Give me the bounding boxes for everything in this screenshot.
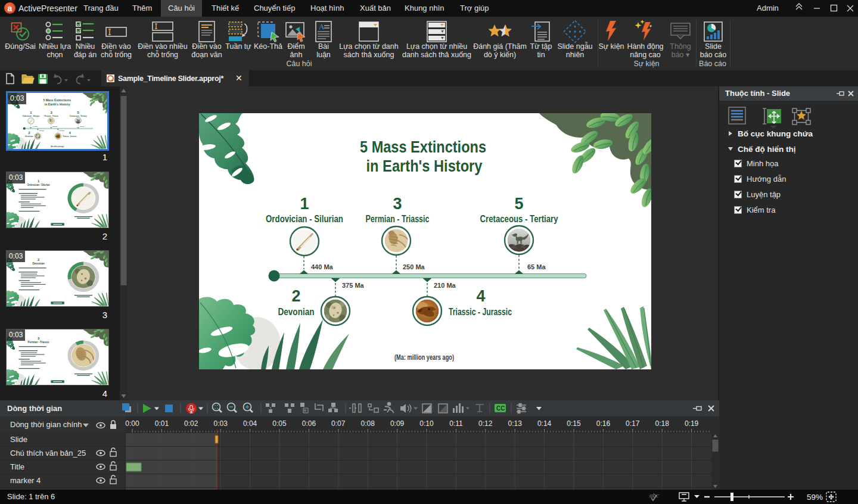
svg-text:0:02: 0:02 [184,419,198,428]
svg-text:0:13: 0:13 [508,419,523,428]
svg-text:Dòng thời gian chính: Dòng thời gian chính [10,420,82,429]
svg-text:A: A [319,22,325,31]
svg-text:0:19: 0:19 [685,419,699,428]
svg-text:Slide: Slide [10,435,27,444]
svg-text:0:04: 0:04 [243,419,257,428]
svg-text:0:01: 0:01 [155,419,169,428]
svg-text:0:09: 0:09 [390,419,405,428]
svg-text:CC: CC [496,405,505,412]
svg-text:0:16: 0:16 [596,419,611,428]
svg-text:Chú thích văn bản_25: Chú thích văn bản_25 [10,449,86,458]
svg-text:0:07: 0:07 [331,419,346,428]
svg-text:59%: 59% [807,493,823,502]
svg-text:0:14: 0:14 [537,419,552,428]
svg-text:0:12: 0:12 [478,419,493,428]
svg-text:0:10: 0:10 [419,419,434,428]
svg-text:0:08: 0:08 [361,419,375,428]
svg-text:0:11: 0:11 [449,419,463,428]
svg-text:0:18: 0:18 [655,419,670,428]
svg-text:0:03: 0:03 [214,419,228,428]
svg-text:Dòng thời gian: Dòng thời gian [7,404,62,413]
svg-text:0:05: 0:05 [272,419,287,428]
svg-text:0:06: 0:06 [302,419,316,428]
svg-text:Title: Title [10,462,24,471]
svg-text:0:17: 0:17 [626,419,640,428]
svg-text:abc: abc [649,491,659,499]
svg-text:marker 4: marker 4 [10,476,41,485]
svg-text:0:00: 0:00 [125,419,139,428]
svg-text:0:15: 0:15 [567,419,581,428]
